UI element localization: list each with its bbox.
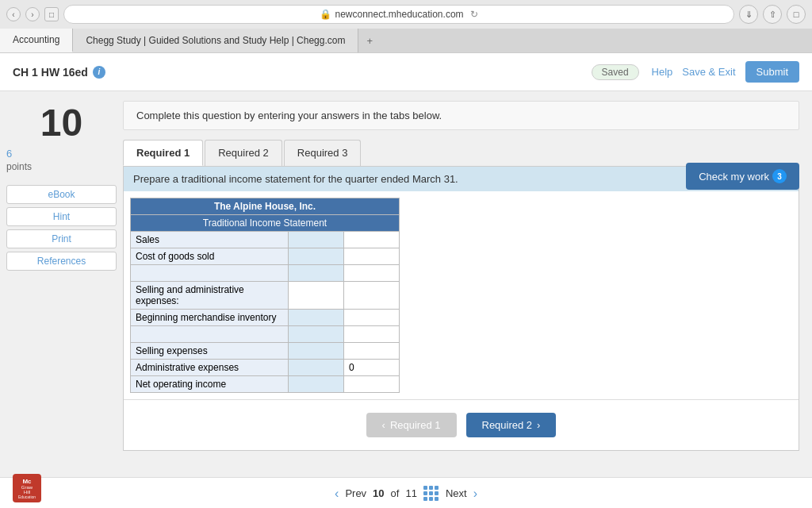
cogs-input-col2[interactable] — [344, 248, 400, 265]
noi-input-2[interactable] — [349, 379, 394, 390]
bmi-input-2[interactable] — [349, 312, 394, 323]
tab-accounting-label: Accounting — [13, 34, 59, 45]
window-button[interactable]: □ — [44, 7, 59, 21]
saved-badge: Saved — [592, 64, 639, 80]
download-icon[interactable]: ⇓ — [739, 5, 758, 24]
table-row: Selling expenses — [131, 343, 400, 360]
prev-required-label: Required 1 — [390, 419, 441, 431]
table-row: Sales — [131, 232, 400, 248]
new-tab-icon[interactable]: □ — [787, 5, 806, 24]
grid-view-button[interactable] — [423, 486, 439, 502]
selling-input-2[interactable] — [349, 345, 394, 356]
back-button[interactable]: ‹ — [6, 7, 21, 21]
logo: Mc Graw Hill Education — [13, 474, 41, 502]
lock-icon: 🔒 — [320, 9, 331, 20]
help-button[interactable]: Help — [652, 66, 673, 78]
admin-col1[interactable] — [289, 360, 344, 376]
refresh-icon: ↻ — [470, 9, 478, 20]
forward-button[interactable]: › — [25, 7, 40, 21]
tab-chegg-label: Chegg Study | Guided Solutions and Study… — [86, 35, 345, 46]
print-button[interactable]: Print — [6, 229, 117, 248]
sales-input-col1[interactable] — [289, 232, 344, 248]
blank1-input-2[interactable] — [349, 267, 394, 279]
saved-label: Saved — [602, 67, 629, 78]
noi-col1[interactable] — [289, 376, 344, 393]
selling-admin-col1[interactable] — [289, 282, 344, 310]
company-name: The Alpine House, Inc. — [131, 198, 400, 215]
share-icon[interactable]: ⇧ — [763, 5, 782, 24]
blank2-col2[interactable] — [344, 326, 400, 343]
noi-col2[interactable] — [344, 376, 400, 393]
admin-input-2[interactable] — [349, 362, 394, 373]
url-text: newconnect.mheducation.com — [335, 9, 463, 20]
tab-chegg[interactable]: Chegg Study | Guided Solutions and Study… — [73, 29, 358, 52]
tab-required-3-label: Required 3 — [297, 147, 348, 159]
left-sidebar: 10 6 points eBook Hint Print References — [0, 91, 123, 477]
question-number: 10 — [6, 101, 117, 144]
selling-input-1[interactable] — [293, 345, 339, 356]
blank2-col1[interactable] — [289, 326, 344, 343]
blank2-input-1[interactable] — [293, 329, 339, 340]
next-page-label: Next — [446, 487, 467, 499]
row-label-blank1 — [131, 265, 289, 282]
ebook-button[interactable]: eBook — [6, 185, 117, 204]
selling-col1[interactable] — [289, 343, 344, 360]
selling-admin-input-2[interactable] — [349, 290, 394, 301]
row-label-selling-admin: Selling and administrative expenses: — [131, 282, 289, 310]
cogs-input-col1[interactable] — [289, 248, 344, 265]
table-row — [131, 265, 400, 282]
grid-dots-icon — [423, 486, 439, 501]
next-arrow-icon: › — [473, 487, 477, 500]
new-tab-button[interactable]: + — [358, 29, 381, 52]
prev-arrow-icon: ‹ — [335, 487, 339, 500]
table-row: Beginning merchandise inventory — [131, 310, 400, 326]
cogs-input-1[interactable] — [293, 251, 339, 262]
check-my-work-label: Check my work — [699, 171, 769, 183]
tab-required-1[interactable]: Required 1 — [123, 140, 203, 166]
next-required-button[interactable]: Required 2 › — [466, 413, 557, 437]
header-actions: Help Save & Exit Submit — [652, 61, 799, 83]
prev-page-button[interactable]: ‹ — [335, 487, 339, 501]
pagination: ‹ Prev 10 of 11 Next › — [335, 486, 477, 502]
admin-col2[interactable] — [344, 360, 400, 376]
selling-admin-col2[interactable] — [344, 282, 400, 310]
submit-button[interactable]: Submit — [745, 61, 799, 83]
nav-buttons: ‹ Required 1 Required 2 › — [124, 399, 799, 450]
row-label-selling: Selling expenses — [131, 343, 289, 360]
bmi-input-1[interactable] — [293, 312, 339, 323]
title-text: CH 1 HW 16ed — [13, 66, 88, 79]
points-label: points — [6, 161, 117, 172]
blank2-input-2[interactable] — [349, 329, 394, 340]
tab-required-1-label: Required 1 — [136, 147, 190, 159]
info-icon[interactable]: i — [93, 66, 105, 79]
tab-required-2[interactable]: Required 2 — [205, 140, 282, 166]
blank1-input-1[interactable] — [293, 267, 339, 279]
sales-input-2[interactable] — [349, 234, 394, 245]
row-label-blank2 — [131, 326, 289, 343]
of-label: of — [391, 487, 400, 499]
references-button[interactable]: References — [6, 252, 117, 271]
next-required-label: Required 2 — [482, 419, 533, 431]
table-row: Net operating income — [131, 376, 400, 393]
sales-input-col2[interactable] — [344, 232, 400, 248]
cogs-input-2[interactable] — [349, 251, 394, 262]
address-bar[interactable]: 🔒 newconnect.mheducation.com ↻ — [63, 5, 734, 24]
selling-col2[interactable] — [344, 343, 400, 360]
sales-input-1[interactable] — [293, 234, 339, 245]
noi-input-1[interactable] — [293, 379, 339, 390]
admin-input-1[interactable] — [293, 362, 339, 373]
tab-required-3[interactable]: Required 3 — [284, 140, 362, 166]
save-exit-button[interactable]: Save & Exit — [682, 66, 735, 78]
hint-button[interactable]: Hint — [6, 207, 117, 226]
prev-required-button[interactable]: ‹ Required 1 — [366, 413, 457, 437]
current-page: 10 — [373, 487, 384, 499]
bmi-col2[interactable] — [344, 310, 400, 326]
blank1-col1[interactable] — [289, 265, 344, 282]
check-my-work-button[interactable]: Check my work 3 — [686, 163, 799, 190]
table-row: Selling and administrative expenses: — [131, 282, 400, 310]
tab-accounting[interactable]: Accounting — [0, 29, 73, 52]
next-page-button[interactable]: › — [473, 487, 477, 501]
selling-admin-input-1[interactable] — [293, 290, 339, 301]
bmi-col1[interactable] — [289, 310, 344, 326]
blank1-col2[interactable] — [344, 265, 400, 282]
